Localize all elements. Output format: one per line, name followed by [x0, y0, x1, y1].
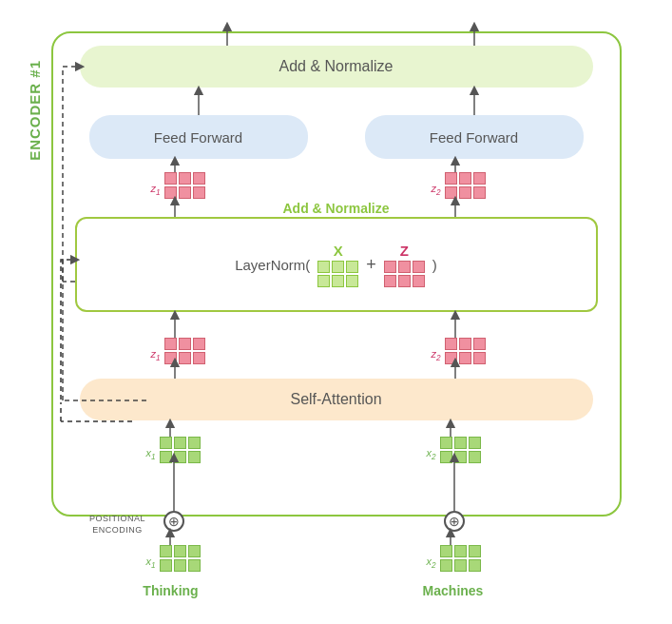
diagram-container: ENCODER #1 Add & Normalize Feed Forward …	[23, 12, 650, 612]
layernorm-box: LayerNorm( X + Z	[75, 217, 598, 312]
plus-circle-left: ⊕	[163, 511, 184, 532]
feed-forward-right: Feed Forward	[365, 115, 584, 159]
z2-block-top: z2	[432, 172, 486, 199]
x2-input-block: x2	[427, 545, 481, 572]
positional-encoding-label: POSITIONALENCODING	[80, 514, 156, 536]
add-normalize-top: Add & Normalize	[80, 46, 593, 88]
z1-block-bottom: z1	[151, 338, 205, 364]
word-machines: Machines	[411, 583, 496, 598]
self-attention-box: Self-Attention	[80, 379, 593, 420]
z1-block-top: z1	[151, 172, 205, 199]
z2-block-bottom: z2	[432, 338, 486, 364]
x-grid	[317, 261, 358, 287]
layernorm-equation: LayerNorm( X + Z	[235, 243, 437, 287]
feed-forward-left: Feed Forward	[89, 115, 308, 159]
x2-block-mid: x2	[427, 437, 481, 463]
word-thinking: Thinking	[133, 583, 209, 598]
z-grid	[384, 261, 425, 287]
add-normalize-middle: Add & Normalize	[170, 201, 503, 216]
plus-circle-right: ⊕	[444, 511, 465, 532]
encoder-label: ENCODER #1	[27, 60, 43, 161]
x1-input-block: x1	[146, 545, 201, 572]
x1-block-mid: x1	[146, 437, 201, 463]
